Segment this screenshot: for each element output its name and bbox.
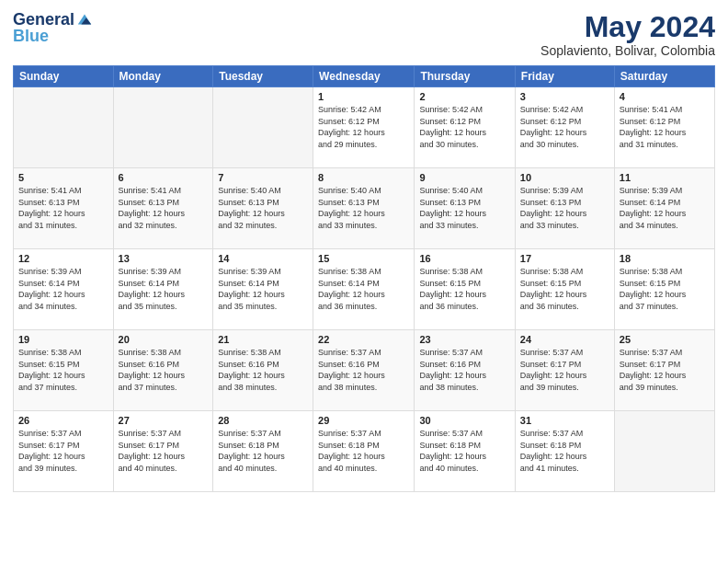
day-info-18: Sunrise: 5:38 AM Sunset: 6:15 PM Dayligh… (620, 266, 710, 312)
day-num-18: 18 (620, 253, 710, 264)
day-num-20: 20 (119, 334, 209, 345)
day-info-17: Sunrise: 5:38 AM Sunset: 6:15 PM Dayligh… (520, 266, 609, 312)
day-num-13: 13 (119, 253, 209, 264)
cell-w3-d5: 24Sunrise: 5:37 AM Sunset: 6:17 PM Dayli… (515, 330, 614, 411)
day-info-29: Sunrise: 5:37 AM Sunset: 6:18 PM Dayligh… (318, 428, 409, 474)
day-num-23: 23 (419, 334, 509, 345)
col-thursday: Thursday (415, 66, 515, 87)
cell-w4-d5: 31Sunrise: 5:37 AM Sunset: 6:18 PM Dayli… (515, 411, 614, 492)
day-num-30: 30 (419, 415, 509, 426)
logo: General Blue (13, 11, 93, 44)
day-num-25: 25 (620, 334, 710, 345)
cell-w3-d4: 23Sunrise: 5:37 AM Sunset: 6:16 PM Dayli… (415, 330, 515, 411)
calendar-header-row: Sunday Monday Tuesday Wednesday Thursday… (14, 66, 715, 87)
week-row-1: 5Sunrise: 5:41 AM Sunset: 6:13 PM Daylig… (14, 168, 715, 249)
week-row-2: 12Sunrise: 5:39 AM Sunset: 6:14 PM Dayli… (14, 249, 715, 330)
day-info-25: Sunrise: 5:37 AM Sunset: 6:17 PM Dayligh… (620, 347, 710, 393)
cell-w2-d3: 15Sunrise: 5:38 AM Sunset: 6:14 PM Dayli… (313, 249, 415, 330)
day-num-31: 31 (520, 415, 609, 426)
calendar: Sunday Monday Tuesday Wednesday Thursday… (13, 65, 715, 492)
day-info-11: Sunrise: 5:39 AM Sunset: 6:14 PM Dayligh… (620, 185, 710, 231)
week-row-4: 26Sunrise: 5:37 AM Sunset: 6:17 PM Dayli… (14, 411, 715, 492)
day-info-27: Sunrise: 5:37 AM Sunset: 6:17 PM Dayligh… (119, 428, 209, 474)
day-info-21: Sunrise: 5:38 AM Sunset: 6:16 PM Dayligh… (218, 347, 308, 393)
day-num-8: 8 (318, 172, 409, 183)
cell-w0-d4: 2Sunrise: 5:42 AM Sunset: 6:12 PM Daylig… (415, 87, 515, 168)
cell-w2-d4: 16Sunrise: 5:38 AM Sunset: 6:15 PM Dayli… (415, 249, 515, 330)
cell-w2-d1: 13Sunrise: 5:39 AM Sunset: 6:14 PM Dayli… (113, 249, 213, 330)
cell-w4-d1: 27Sunrise: 5:37 AM Sunset: 6:17 PM Dayli… (113, 411, 213, 492)
day-info-30: Sunrise: 5:37 AM Sunset: 6:18 PM Dayligh… (419, 428, 509, 474)
day-info-19: Sunrise: 5:38 AM Sunset: 6:15 PM Dayligh… (18, 347, 108, 393)
day-num-21: 21 (218, 334, 308, 345)
day-info-22: Sunrise: 5:37 AM Sunset: 6:16 PM Dayligh… (318, 347, 409, 393)
cell-w0-d0 (14, 87, 114, 168)
day-num-2: 2 (419, 91, 509, 102)
cell-w1-d0: 5Sunrise: 5:41 AM Sunset: 6:13 PM Daylig… (14, 168, 114, 249)
day-num-16: 16 (419, 253, 509, 264)
day-info-9: Sunrise: 5:40 AM Sunset: 6:13 PM Dayligh… (419, 185, 509, 231)
day-info-8: Sunrise: 5:40 AM Sunset: 6:13 PM Dayligh… (318, 185, 409, 231)
col-sunday: Sunday (14, 66, 114, 87)
day-info-28: Sunrise: 5:37 AM Sunset: 6:18 PM Dayligh… (218, 428, 308, 474)
cell-w1-d4: 9Sunrise: 5:40 AM Sunset: 6:13 PM Daylig… (415, 168, 515, 249)
cell-w1-d6: 11Sunrise: 5:39 AM Sunset: 6:14 PM Dayli… (614, 168, 714, 249)
day-info-16: Sunrise: 5:38 AM Sunset: 6:15 PM Dayligh… (419, 266, 509, 312)
day-info-15: Sunrise: 5:38 AM Sunset: 6:14 PM Dayligh… (318, 266, 409, 312)
cell-w1-d2: 7Sunrise: 5:40 AM Sunset: 6:13 PM Daylig… (213, 168, 313, 249)
cell-w1-d5: 10Sunrise: 5:39 AM Sunset: 6:13 PM Dayli… (515, 168, 614, 249)
day-num-6: 6 (119, 172, 209, 183)
day-num-27: 27 (119, 415, 209, 426)
logo-icon (76, 11, 93, 28)
col-saturday: Saturday (614, 66, 714, 87)
day-num-24: 24 (520, 334, 609, 345)
cell-w4-d4: 30Sunrise: 5:37 AM Sunset: 6:18 PM Dayli… (415, 411, 515, 492)
day-info-13: Sunrise: 5:39 AM Sunset: 6:14 PM Dayligh… (119, 266, 209, 312)
day-info-12: Sunrise: 5:39 AM Sunset: 6:14 PM Dayligh… (18, 266, 108, 312)
day-num-26: 26 (18, 415, 108, 426)
cell-w2-d6: 18Sunrise: 5:38 AM Sunset: 6:15 PM Dayli… (614, 249, 714, 330)
logo-blue-text: Blue (13, 28, 49, 44)
day-info-6: Sunrise: 5:41 AM Sunset: 6:13 PM Dayligh… (119, 185, 209, 231)
cell-w4-d0: 26Sunrise: 5:37 AM Sunset: 6:17 PM Dayli… (14, 411, 114, 492)
day-num-12: 12 (18, 253, 108, 264)
day-info-1: Sunrise: 5:42 AM Sunset: 6:12 PM Dayligh… (318, 104, 409, 150)
day-info-5: Sunrise: 5:41 AM Sunset: 6:13 PM Dayligh… (18, 185, 108, 231)
col-tuesday: Tuesday (213, 66, 313, 87)
day-num-9: 9 (419, 172, 509, 183)
week-row-3: 19Sunrise: 5:38 AM Sunset: 6:15 PM Dayli… (14, 330, 715, 411)
title-block: May 2024 Soplaviento, Bolivar, Colombia (540, 11, 715, 58)
day-num-5: 5 (18, 172, 108, 183)
cell-w0-d1 (113, 87, 213, 168)
main-title: May 2024 (540, 11, 715, 43)
day-info-4: Sunrise: 5:41 AM Sunset: 6:12 PM Dayligh… (620, 104, 710, 150)
day-info-26: Sunrise: 5:37 AM Sunset: 6:17 PM Dayligh… (18, 428, 108, 474)
day-num-19: 19 (18, 334, 108, 345)
col-friday: Friday (515, 66, 614, 87)
cell-w4-d3: 29Sunrise: 5:37 AM Sunset: 6:18 PM Dayli… (313, 411, 415, 492)
day-num-1: 1 (318, 91, 409, 102)
header: General Blue May 2024 Soplaviento, Boliv… (13, 11, 715, 58)
day-info-20: Sunrise: 5:38 AM Sunset: 6:16 PM Dayligh… (119, 347, 209, 393)
cell-w1-d3: 8Sunrise: 5:40 AM Sunset: 6:13 PM Daylig… (313, 168, 415, 249)
logo-text: General (13, 11, 74, 28)
cell-w0-d5: 3Sunrise: 5:42 AM Sunset: 6:12 PM Daylig… (515, 87, 614, 168)
cell-w0-d6: 4Sunrise: 5:41 AM Sunset: 6:12 PM Daylig… (614, 87, 714, 168)
cell-w1-d1: 6Sunrise: 5:41 AM Sunset: 6:13 PM Daylig… (113, 168, 213, 249)
day-num-11: 11 (620, 172, 710, 183)
day-info-14: Sunrise: 5:39 AM Sunset: 6:14 PM Dayligh… (218, 266, 308, 312)
day-num-7: 7 (218, 172, 308, 183)
col-wednesday: Wednesday (313, 66, 415, 87)
cell-w2-d5: 17Sunrise: 5:38 AM Sunset: 6:15 PM Dayli… (515, 249, 614, 330)
cell-w4-d2: 28Sunrise: 5:37 AM Sunset: 6:18 PM Dayli… (213, 411, 313, 492)
cell-w3-d0: 19Sunrise: 5:38 AM Sunset: 6:15 PM Dayli… (14, 330, 114, 411)
day-info-31: Sunrise: 5:37 AM Sunset: 6:18 PM Dayligh… (520, 428, 609, 474)
cell-w0-d3: 1Sunrise: 5:42 AM Sunset: 6:12 PM Daylig… (313, 87, 415, 168)
cell-w2-d2: 14Sunrise: 5:39 AM Sunset: 6:14 PM Dayli… (213, 249, 313, 330)
day-num-28: 28 (218, 415, 308, 426)
cell-w4-d6 (614, 411, 714, 492)
day-num-3: 3 (520, 91, 609, 102)
day-num-14: 14 (218, 253, 308, 264)
day-info-10: Sunrise: 5:39 AM Sunset: 6:13 PM Dayligh… (520, 185, 609, 231)
col-monday: Monday (113, 66, 213, 87)
